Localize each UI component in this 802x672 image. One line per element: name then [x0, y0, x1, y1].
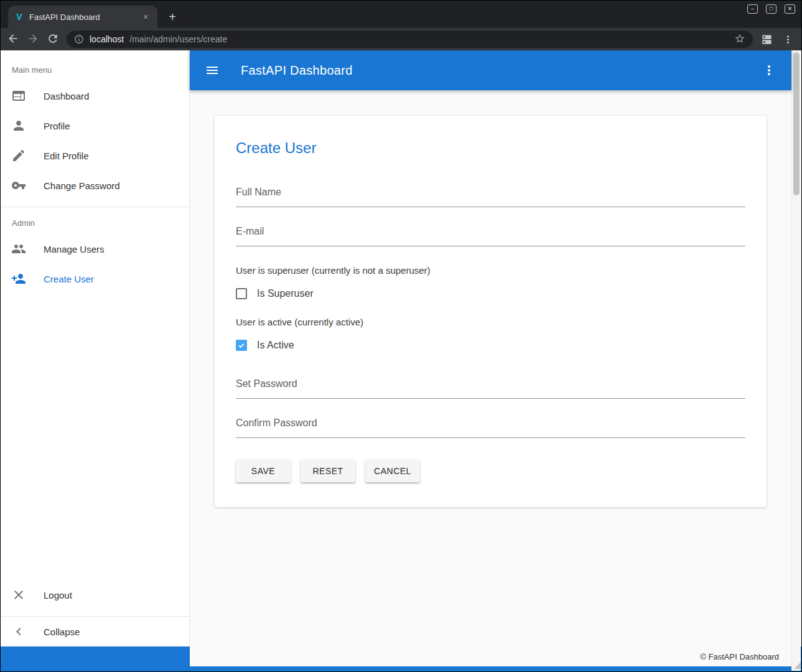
sidebar-item-create-user[interactable]: Create User — [1, 264, 189, 294]
browser-toolbar: localhost /main/admin/users/create — [1, 28, 801, 50]
sidebar-item-label: Edit Profile — [44, 151, 89, 161]
main-column: FastAPI Dashboard Create User User is su… — [190, 50, 791, 646]
reset-button[interactable]: RESET — [301, 459, 355, 482]
sidebar-item-label: Profile — [44, 121, 70, 131]
full-name-input[interactable] — [236, 187, 745, 207]
app-toolbar: FastAPI Dashboard — [190, 50, 791, 90]
close-button[interactable]: ✕ — [785, 4, 795, 14]
app-menu-kebab-icon[interactable] — [762, 63, 776, 78]
confirm-password-input[interactable] — [236, 418, 745, 438]
favicon-icon: V — [14, 12, 24, 22]
browser-window: V FastAPI Dashboard × + – □ ✕ localhost … — [0, 0, 802, 672]
minimize-button[interactable]: – — [747, 4, 758, 14]
sidebar-item-dashboard[interactable]: Dashboard — [1, 81, 189, 111]
scrollbar-thumb[interactable] — [793, 52, 800, 195]
page-body: Main menu Dashboard Profile Edit Profile… — [1, 50, 801, 646]
browser-tab[interactable]: V FastAPI Dashboard × — [8, 6, 157, 28]
superuser-help-text: User is superuser (currently is not a su… — [236, 265, 745, 276]
sidebar-section-main-menu: Main menu — [1, 50, 189, 81]
url-host: localhost — [90, 34, 124, 44]
forward-icon[interactable] — [27, 32, 40, 46]
maximize-button[interactable]: □ — [766, 4, 776, 14]
sidebar-item-profile[interactable]: Profile — [1, 111, 189, 141]
sidebar-item-collapse[interactable]: Collapse — [1, 617, 189, 646]
sidebar-item-label: Create User — [44, 274, 94, 284]
form-actions: SAVE RESET CANCEL — [236, 457, 745, 482]
address-bar[interactable]: localhost /main/admin/users/create — [67, 30, 753, 48]
sidebar-item-edit-profile[interactable]: Edit Profile — [1, 141, 189, 170]
tab-title: FastAPI Dashboard — [29, 12, 135, 22]
sidebar-item-label: Manage Users — [44, 244, 105, 254]
tab-close-icon[interactable]: × — [140, 11, 151, 22]
sidebar-item-logout[interactable]: Logout — [1, 580, 189, 610]
create-user-card: Create User User is superuser (currently… — [215, 116, 767, 507]
active-help-text: User is active (currently active) — [236, 317, 745, 327]
sidebar-item-label: Collapse — [44, 627, 80, 637]
sidebar-section-admin: Admin — [1, 207, 189, 234]
server-rack-icon[interactable] — [759, 32, 774, 47]
sidebar-item-label: Dashboard — [44, 91, 89, 101]
set-password-field — [236, 378, 745, 399]
chevron-left-icon — [11, 624, 26, 639]
sidebar-item-label: Change Password — [44, 180, 120, 191]
app-bottom-bar: © FastAPI Dashboard — [1, 646, 801, 671]
set-password-input[interactable] — [236, 378, 745, 399]
tab-strip: V FastAPI Dashboard × + – □ ✕ — [1, 1, 801, 28]
hamburger-menu-icon[interactable] — [205, 63, 220, 78]
email-input[interactable] — [236, 226, 745, 246]
checkbox-checked-icon[interactable] — [236, 340, 247, 351]
checkbox-unchecked-icon[interactable] — [236, 288, 247, 299]
browser-menu-kebab-icon[interactable] — [780, 32, 795, 47]
pencil-icon — [11, 148, 26, 163]
new-tab-button[interactable]: + — [164, 7, 181, 26]
page-content: Create User User is superuser (currently… — [190, 90, 791, 646]
copyright-text: © FastAPI Dashboard — [700, 652, 779, 661]
sidebar-item-label: Logout — [44, 590, 72, 600]
confirm-password-field — [236, 418, 745, 438]
sidebar-spacer — [1, 294, 189, 580]
footer: © FastAPI Dashboard — [190, 646, 791, 666]
full-name-field — [236, 187, 745, 207]
cancel-button[interactable]: CANCEL — [365, 459, 420, 482]
page-scrollbar[interactable] — [791, 50, 801, 671]
people-icon — [11, 241, 26, 256]
person-add-icon — [11, 271, 26, 286]
site-info-icon[interactable] — [74, 34, 84, 44]
checkbox-label: Is Active — [257, 340, 294, 351]
url-path: /main/admin/users/create — [129, 34, 227, 44]
is-active-checkbox-row[interactable]: Is Active — [236, 340, 745, 351]
sidebar-item-change-password[interactable]: Change Password — [1, 170, 189, 200]
sidebar-item-manage-users[interactable]: Manage Users — [1, 234, 189, 264]
email-field — [236, 226, 745, 246]
app-title: FastAPI Dashboard — [241, 63, 353, 78]
reload-icon[interactable] — [47, 32, 60, 46]
key-icon — [11, 178, 26, 193]
bookmark-star-icon[interactable] — [734, 33, 745, 46]
save-button[interactable]: SAVE — [236, 459, 291, 482]
window-controls: – □ ✕ — [747, 4, 795, 14]
back-icon[interactable] — [7, 32, 21, 46]
dashboard-icon — [11, 88, 26, 103]
sidebar: Main menu Dashboard Profile Edit Profile… — [1, 50, 190, 646]
is-superuser-checkbox-row[interactable]: Is Superuser — [236, 288, 745, 299]
checkbox-label: Is Superuser — [257, 288, 314, 299]
card-title: Create User — [236, 139, 745, 157]
person-icon — [11, 118, 26, 133]
close-x-icon — [11, 587, 26, 602]
resize-corner-icon — [794, 662, 801, 669]
